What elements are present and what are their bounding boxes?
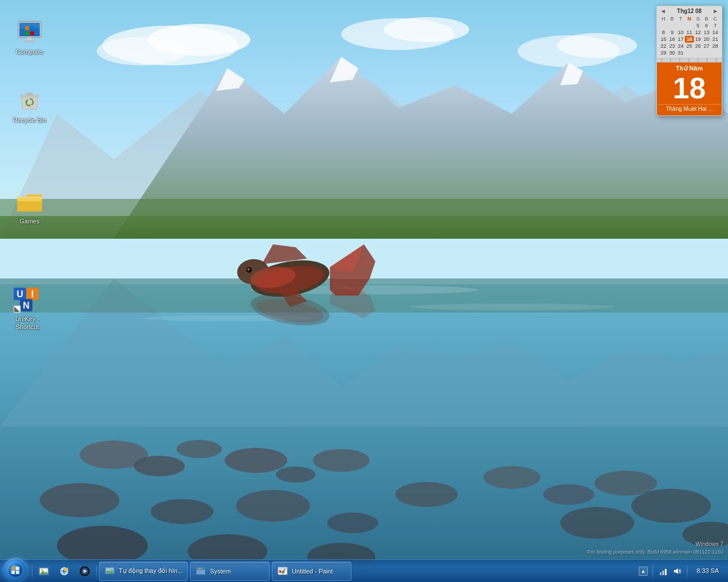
svg-rect-83 — [16, 567, 19, 570]
svg-point-26 — [40, 483, 119, 517]
svg-rect-68 — [24, 40, 35, 42]
cal-week-5: 29 30 31 — [659, 49, 719, 56]
svg-point-36 — [594, 471, 657, 496]
taskbar: Tự động thay đổi hìn... System — [0, 559, 728, 582]
svg-rect-108 — [197, 570, 205, 574]
quick-launch-media[interactable] — [76, 562, 94, 580]
svg-text:N: N — [23, 301, 30, 310]
games-folder-label: Games — [19, 217, 39, 225]
calendar-grid: H B T N S B C 5 — [659, 15, 719, 56]
paint-icon — [277, 566, 288, 577]
svg-rect-85 — [16, 571, 19, 574]
svg-point-42 — [410, 304, 614, 310]
cal-week-1: 5 6 7 — [659, 22, 719, 29]
image-icon — [105, 566, 115, 576]
svg-point-28 — [236, 490, 310, 522]
recycle-bin-label: Recycle Bin — [13, 116, 46, 124]
desktop-icon-games[interactable]: Games — [7, 185, 52, 227]
windows-watermark: Windows 7 For testing purposes only. Bui… — [588, 540, 723, 556]
background-scene — [0, 0, 728, 582]
svg-point-22 — [176, 440, 222, 458]
calendar-day-number: 18 — [658, 73, 721, 103]
taskbar-btn-tu-dong[interactable]: Tự động thay đổi hìn... — [99, 562, 188, 581]
desktop-icon-recycle-bin[interactable]: Recycle Bin — [7, 84, 52, 126]
quick-launch-pictures[interactable] — [35, 562, 53, 580]
tray-volume-icon[interactable] — [671, 566, 682, 577]
start-orb — [3, 558, 27, 582]
computer-icon-label: Computer — [16, 48, 43, 56]
svg-point-24 — [276, 467, 316, 483]
tray-expand-button[interactable]: ▲ — [639, 567, 648, 576]
start-button[interactable] — [0, 560, 31, 583]
svg-point-81 — [9, 563, 22, 577]
quick-launch-ie[interactable] — [55, 562, 73, 580]
svg-point-25 — [313, 449, 370, 472]
recycle-bin-icon — [16, 86, 43, 114]
svg-point-3 — [97, 37, 188, 65]
svg-rect-65 — [25, 31, 29, 35]
svg-rect-70 — [27, 93, 32, 95]
svg-point-56 — [247, 268, 250, 271]
svg-rect-106 — [199, 568, 201, 569]
svg-rect-63 — [25, 26, 29, 30]
desktop: Computer Recycle Bin — [0, 0, 728, 582]
watermark-line1: Windows 7 — [588, 540, 723, 548]
svg-rect-66 — [30, 31, 34, 35]
svg-point-38 — [631, 489, 711, 523]
clock-display[interactable]: 8:33 SA — [692, 567, 723, 575]
svg-point-29 — [327, 513, 378, 533]
tu-dong-label: Tự động thay đổi hìn... — [119, 567, 183, 575]
svg-point-37 — [560, 507, 634, 539]
svg-rect-117 — [660, 572, 661, 575]
svg-rect-113 — [279, 570, 280, 571]
cal-header-c: C — [711, 15, 719, 22]
clock-time: 8:33 SA — [697, 567, 719, 575]
svg-rect-84 — [11, 571, 15, 574]
watermark-line2: For testing purposes only. Build 6956.wi… — [588, 548, 723, 556]
taskbar-btn-system[interactable]: System — [190, 562, 270, 581]
svg-rect-62 — [19, 23, 40, 28]
svg-point-5 — [384, 17, 469, 42]
calendar-widget: ◄ Thg12 08 ► H B T N S B C — [656, 6, 722, 116]
tray-separator-1 — [652, 563, 653, 579]
unikey-icon: U I N — [14, 285, 41, 313]
svg-rect-15 — [0, 199, 728, 239]
svg-rect-64 — [30, 26, 34, 30]
calendar-prev-button[interactable]: ◄ — [659, 8, 667, 14]
cal-header-t: T — [676, 15, 685, 22]
desktop-icon-computer[interactable]: Computer — [7, 16, 52, 58]
tu-dong-icon — [104, 566, 115, 577]
tray-separator-2 — [687, 563, 688, 579]
calendar-today[interactable]: 18 — [685, 36, 693, 43]
quick-launch-separator-2 — [96, 563, 97, 579]
window-icon — [196, 566, 206, 576]
quick-launch-separator — [32, 563, 32, 579]
system-label: System — [210, 568, 231, 575]
volume-icon — [672, 566, 682, 576]
pictures-icon — [38, 565, 50, 577]
svg-rect-82 — [11, 567, 15, 570]
paint-label: Untitled - Paint — [292, 568, 333, 575]
svg-rect-107 — [201, 568, 203, 569]
svg-rect-114 — [281, 569, 282, 570]
svg-text:U: U — [16, 289, 23, 299]
svg-rect-119 — [665, 569, 667, 575]
cal-header-h: H — [659, 15, 668, 22]
media-player-icon — [78, 565, 91, 577]
svg-point-35 — [543, 484, 594, 505]
svg-rect-110 — [278, 567, 287, 569]
svg-marker-120 — [674, 568, 678, 574]
calendar-mini-title: Thg12 08 — [677, 8, 701, 14]
tray-network-icon[interactable] — [657, 566, 669, 577]
taskbar-btn-paint[interactable]: Untitled - Paint — [272, 562, 351, 581]
network-icon — [658, 566, 668, 576]
ie-icon — [58, 565, 71, 577]
desktop-icon-unikey[interactable]: U I N UniKey - Shortcut — [5, 283, 50, 334]
computer-icon — [16, 18, 43, 45]
svg-point-30 — [395, 482, 458, 507]
calendar-mini-header[interactable]: ◄ Thg12 08 ► — [659, 8, 719, 14]
calendar-mini: ◄ Thg12 08 ► H B T N S B C — [657, 6, 722, 58]
calendar-next-button[interactable]: ► — [712, 8, 719, 14]
cal-week-2: 8 9 10 11 12 13 14 — [659, 29, 719, 36]
unikey-shortcut-label: UniKey - Shortcut — [7, 315, 48, 331]
